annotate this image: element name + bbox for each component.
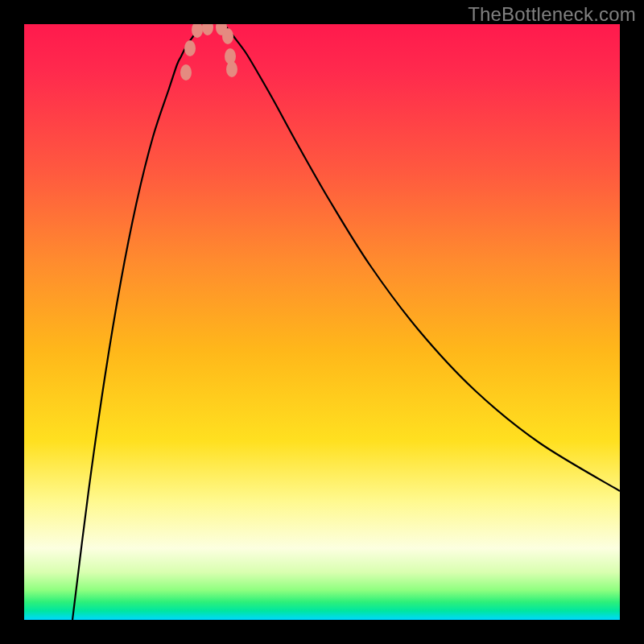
chart-frame: TheBottleneck.com — [0, 0, 644, 644]
plot-area — [24, 24, 620, 620]
data-marker — [202, 24, 213, 35]
curve-right-branch — [225, 26, 620, 491]
curve-layer — [24, 24, 620, 620]
watermark-text: TheBottleneck.com — [468, 3, 636, 26]
curve-left-branch — [72, 26, 201, 620]
data-marker — [222, 28, 233, 44]
marker-group — [180, 24, 237, 80]
data-marker — [180, 64, 192, 80]
data-marker — [184, 40, 196, 56]
data-marker — [226, 61, 237, 77]
